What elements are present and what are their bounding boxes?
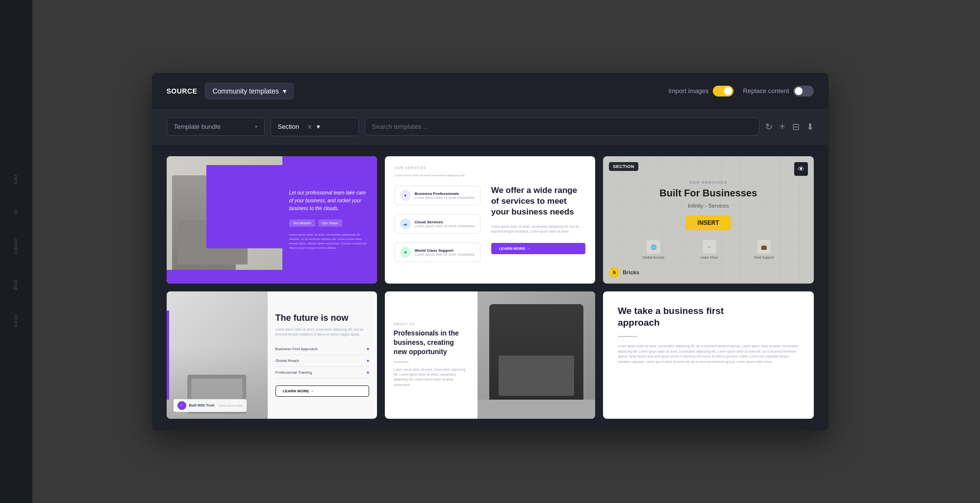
card3-service: 💼 Real Support <box>754 240 774 259</box>
bricks-label: Bricks <box>623 269 639 275</box>
replace-content-toggle[interactable] <box>793 86 814 96</box>
card2-desc: Lorem ipsum dolor sit amet consectetur a… <box>395 173 480 178</box>
filter-bar: Template bundle ▾ Section ✕ ▾ Search tem… <box>152 110 829 144</box>
card6-title: We take a business first approach <box>618 305 745 329</box>
sidebar-item-5[interactable]: nces <box>13 314 19 328</box>
replace-content-label: Replace content <box>743 87 789 95</box>
template-bundle-dropdown[interactable]: Template bundle ▾ <box>167 118 265 136</box>
template-modal: SOURCE Community templates ▾ Import imag… <box>152 73 829 431</box>
import-images-toggle[interactable] <box>713 86 733 96</box>
card5-title: Professionals in the business, creating … <box>394 329 469 357</box>
chevron-down-icon: ▾ <box>255 124 257 129</box>
chevron-down-icon: ▾ <box>283 87 286 95</box>
card3-tag: OUR SERVICES <box>689 180 728 185</box>
service-desc: Lorem ipsum dolor sit amet consectetur <box>415 253 475 256</box>
template-card[interactable]: ✓ Built With Trust Lorem ipsum dolor The… <box>167 291 377 419</box>
header-right: Import images Replace content <box>668 86 813 96</box>
save-icon[interactable]: ⊟ <box>792 121 800 132</box>
service-name: Cloud Services <box>415 220 475 224</box>
chevron-icon: ▾ <box>367 370 369 375</box>
card2-tag: OUR SERVICES <box>395 166 480 169</box>
source-dropdown[interactable]: Community templates ▾ <box>205 83 293 99</box>
source-label: SOURCE <box>167 87 198 95</box>
refresh-icon[interactable]: ↻ <box>765 121 773 132</box>
template-card[interactable]: ABOUT US Professionals in the business, … <box>385 291 595 419</box>
template-card[interactable]: Let our professional team take care of y… <box>167 156 377 284</box>
sidebar-item-1[interactable]: ces <box>13 175 19 185</box>
dropdown-label: Community templates <box>212 87 278 95</box>
import-images-label: Import images <box>668 87 708 95</box>
section-dropdown[interactable]: Section ✕ ▾ <box>271 118 359 136</box>
insert-button[interactable]: INSERT <box>686 216 731 230</box>
sidebar-item-4[interactable]: ting <box>13 280 19 290</box>
card3-subtitle: Infinity - Services <box>688 203 729 209</box>
built-trust-badge: ✓ Built With Trust Lorem ipsum dolor <box>174 399 247 412</box>
template-grid: Let our professional team take care of y… <box>152 144 829 431</box>
service-name: World Class Support <box>415 248 475 253</box>
download-icon[interactable]: ⬇ <box>806 121 814 132</box>
service-icon: ☁ <box>400 218 411 229</box>
card6-desc: Lorem ipsum dolor sit amet, consectetur … <box>618 344 799 365</box>
search-input[interactable]: Search templates ... <box>365 118 759 136</box>
accordion-item[interactable]: Professional Training ▾ <box>276 367 369 379</box>
sidebar-item-3[interactable]: onten <box>13 239 19 255</box>
service-desc: Lorem ipsum dolor sit amet consectetur <box>415 196 475 199</box>
card2-text: Lorem ipsum dolor sit amet, consectetur … <box>491 224 585 234</box>
card5-desc: Lorem ipsum dolor sit amet, consectetur … <box>394 367 469 388</box>
card3-service: 🌐 Global Access <box>643 240 664 259</box>
add-icon[interactable]: + <box>779 121 785 132</box>
service-label: Global Access <box>643 256 664 259</box>
card3-service: → Learn More <box>701 240 718 259</box>
chevron-icon: ▾ <box>367 358 369 363</box>
chevron-icon: ▾ <box>367 346 369 352</box>
service-item: ● Business Professionals Lorem ipsum dol… <box>395 186 480 205</box>
learn-more-button[interactable]: LEARN MORE → <box>276 385 369 397</box>
accordion-item[interactable]: Business First Approach ▾ <box>276 343 369 355</box>
card4-title: The future is now <box>276 313 369 323</box>
template-card[interactable]: OUR SERVICES Lorem ipsum dolor sit amet … <box>385 156 595 284</box>
card2-title: We offer a wide range of services to mee… <box>491 185 585 217</box>
import-images-group: Import images <box>668 86 733 96</box>
service-item: ☁ Cloud Services Lorem ipsum dolor sit a… <box>395 214 480 234</box>
template-card[interactable]: We take a business first approach Lorem … <box>603 291 813 419</box>
clear-icon[interactable]: ✕ <box>307 123 313 131</box>
service-label: Learn More <box>701 256 718 259</box>
service-desc: Lorem ipsum dolor sit amet consectetur <box>415 224 475 228</box>
section-value: Section <box>278 123 299 130</box>
bricks-icon: b <box>609 267 620 278</box>
trust-label: Built With Trust <box>189 404 215 407</box>
search-placeholder: Search templates ... <box>372 123 429 130</box>
replace-content-group: Replace content <box>743 86 814 96</box>
template-card-selected[interactable]: SECTION 👁 OUR SERVICES Built For Busines… <box>603 156 813 284</box>
card4-desc: Lorem ipsum dolor sit amet, consectetur … <box>276 327 369 337</box>
bricks-logo: b Bricks <box>609 267 639 278</box>
modal-header: SOURCE Community templates ▾ Import imag… <box>152 73 829 110</box>
service-icon: ● <box>400 190 411 201</box>
card5-tag: ABOUT US <box>394 322 469 326</box>
chevron-down-icon: ▾ <box>317 123 320 130</box>
accordion-item[interactable]: Global Reach ▾ <box>276 355 369 367</box>
learn-more-button[interactable]: LEARN MORE → <box>491 243 585 254</box>
card3-title: Built For Businesses <box>659 188 757 199</box>
service-item: ★ World Class Support Lorem ipsum dolor … <box>395 242 480 262</box>
filter-actions: ↻ + ⊟ ⬇ <box>765 121 814 132</box>
service-label: Real Support <box>754 256 774 259</box>
service-name: Business Professionals <box>415 192 475 196</box>
sidebar-item-2[interactable]: ui <box>13 210 19 215</box>
service-icon: ★ <box>400 247 411 258</box>
trust-icon: ✓ <box>177 401 186 410</box>
template-bundle-label: Template bundle <box>174 123 221 130</box>
